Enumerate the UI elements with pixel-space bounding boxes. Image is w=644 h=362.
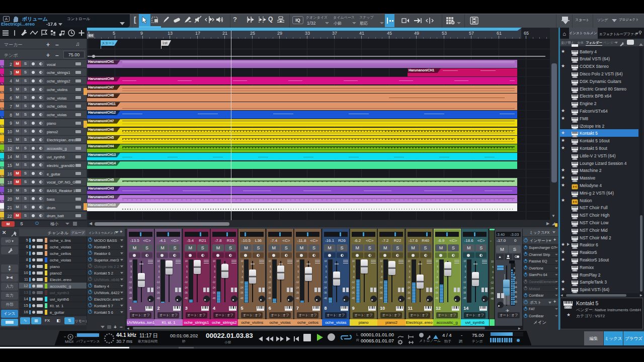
svg-text:VST: VST: [574, 121, 577, 123]
svg-text:VST: VST: [574, 54, 577, 56]
svg-text:VST: VST: [574, 285, 577, 287]
svg-text:VST: VST: [574, 136, 577, 138]
svg-text:VST: VST: [574, 254, 577, 256]
svg-text:VST: VST: [574, 106, 577, 108]
svg-text:VST: VST: [574, 83, 577, 85]
svg-text:VST: VST: [574, 269, 577, 272]
svg-text:VST: VST: [574, 173, 577, 175]
svg-text:VST: VST: [574, 210, 577, 212]
svg-text:VST: VST: [574, 225, 577, 227]
svg-text:VST: VST: [574, 262, 577, 264]
svg-text:VST: VST: [574, 91, 577, 93]
svg-text:VST: VST: [574, 180, 577, 182]
svg-text:VST: VST: [574, 76, 577, 78]
svg-text:VST: VST: [574, 232, 577, 234]
svg-text:VST: VST: [574, 217, 577, 219]
svg-text:VST: VST: [574, 99, 577, 101]
svg-text:VST: VST: [574, 277, 577, 279]
svg-text:VST: VST: [574, 113, 577, 115]
svg-text:VST: VST: [574, 158, 577, 160]
svg-text:VST: VST: [574, 150, 577, 152]
svg-text:VST: VST: [566, 306, 571, 309]
svg-text:VST: VST: [574, 61, 577, 63]
svg-text:VST: VST: [574, 165, 577, 167]
svg-text:VST: VST: [574, 240, 577, 242]
svg-text:VST: VST: [574, 143, 577, 145]
svg-text:VST: VST: [574, 68, 577, 70]
svg-text:VST: VST: [574, 195, 577, 197]
svg-text:VST: VST: [574, 247, 577, 249]
